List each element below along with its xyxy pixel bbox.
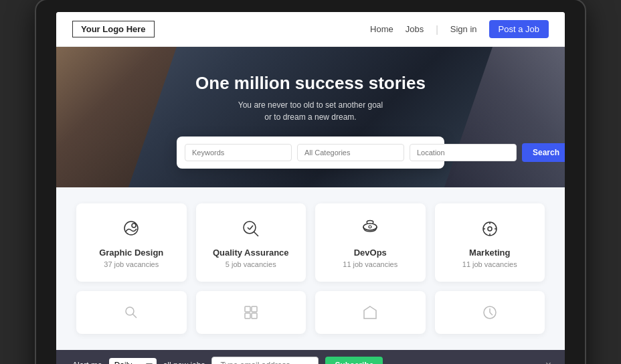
quality-assurance-icon	[239, 217, 263, 241]
post-job-button[interactable]: Post a Job	[489, 20, 549, 38]
placeholder-icon-3	[362, 304, 378, 321]
svg-line-5	[250, 225, 253, 230]
navbar: Your Logo Here Home Jobs | Sign in Post …	[56, 12, 565, 47]
search-box: Search	[177, 136, 444, 169]
svg-point-6	[363, 223, 377, 230]
placeholder-icon-2	[243, 304, 259, 321]
svg-rect-19	[252, 313, 257, 318]
categories-row2	[76, 291, 545, 334]
nav-home[interactable]: Home	[370, 24, 393, 34]
categories-section: Graphic Design 37 job vacancies Quality …	[56, 187, 565, 350]
svg-rect-17	[252, 306, 257, 312]
subscribe-button[interactable]: Subscribe	[325, 357, 383, 364]
alert-email-input[interactable]	[211, 357, 319, 364]
svg-line-22	[490, 312, 493, 315]
nav-signin[interactable]: Sign in	[450, 24, 477, 34]
hero-content: One million success stories You are neve…	[163, 53, 458, 182]
alert-bar: Alert me Daily Weekly Monthly all new jo…	[56, 350, 565, 364]
hero-title: One million success stories	[177, 73, 444, 94]
frequency-select[interactable]: Daily Weekly Monthly	[109, 358, 157, 364]
category-name-2: DevOps	[325, 248, 416, 258]
category-count-0: 37 job vacancies	[86, 260, 177, 268]
placeholder-icon-4	[482, 304, 498, 321]
category-card-quality-assurance[interactable]: Quality Assurance 5 job vacancies	[196, 203, 306, 282]
alert-prefix: Alert me	[72, 361, 102, 364]
logo: Your Logo Here	[72, 21, 155, 37]
category-card-marketing[interactable]: Marketing 11 job vacancies	[435, 203, 545, 282]
graphic-design-icon	[119, 217, 143, 241]
alert-suffix: all new jobs	[163, 361, 205, 364]
hero-subtitle: You are never too old to set another goa…	[177, 99, 444, 123]
close-button[interactable]: ×	[545, 360, 551, 364]
svg-point-1	[132, 223, 136, 227]
screen-bezel: Your Logo Here Home Jobs | Sign in Post …	[36, 0, 585, 364]
keywords-input[interactable]	[185, 144, 292, 161]
svg-point-0	[124, 221, 138, 235]
category-count-1: 5 job vacancies	[205, 260, 297, 268]
svg-rect-18	[245, 313, 250, 318]
placeholder-card-3[interactable]	[315, 291, 426, 334]
search-button[interactable]: Search	[522, 143, 565, 162]
placeholder-icon-1	[123, 304, 139, 321]
placeholder-card-4[interactable]	[435, 291, 545, 334]
marketing-icon	[478, 217, 502, 241]
category-name-1: Quality Assurance	[205, 248, 297, 258]
nav-divider: |	[436, 24, 438, 35]
building-left	[56, 47, 177, 187]
category-name-3: Marketing	[444, 248, 536, 258]
categories-grid: Graphic Design 37 job vacancies Quality …	[76, 203, 545, 282]
screen: Your Logo Here Home Jobs | Sign in Post …	[56, 12, 565, 364]
placeholder-card-1[interactable]	[76, 291, 187, 334]
nav-links: Home Jobs | Sign in Post a Job	[370, 20, 549, 38]
location-input[interactable]	[410, 144, 517, 161]
svg-point-7	[369, 225, 371, 228]
categories-input[interactable]	[297, 144, 404, 161]
category-card-graphic-design[interactable]: Graphic Design 37 job vacancies	[76, 203, 187, 282]
svg-rect-16	[245, 306, 250, 312]
laptop-frame: Your Logo Here Home Jobs | Sign in Post …	[36, 0, 585, 364]
svg-point-9	[488, 227, 492, 231]
hero-section: One million success stories You are neve…	[56, 47, 565, 187]
nav-jobs[interactable]: Jobs	[406, 24, 424, 34]
category-card-devops[interactable]: DevOps 11 job vacancies	[315, 203, 426, 282]
placeholder-card-2[interactable]	[196, 291, 306, 334]
svg-line-3	[254, 232, 258, 236]
category-name-0: Graphic Design	[86, 248, 177, 258]
svg-line-15	[132, 314, 137, 318]
devops-icon	[358, 217, 382, 241]
category-count-3: 11 job vacancies	[444, 260, 536, 268]
category-count-2: 11 job vacancies	[325, 260, 416, 268]
building-right	[444, 47, 565, 187]
